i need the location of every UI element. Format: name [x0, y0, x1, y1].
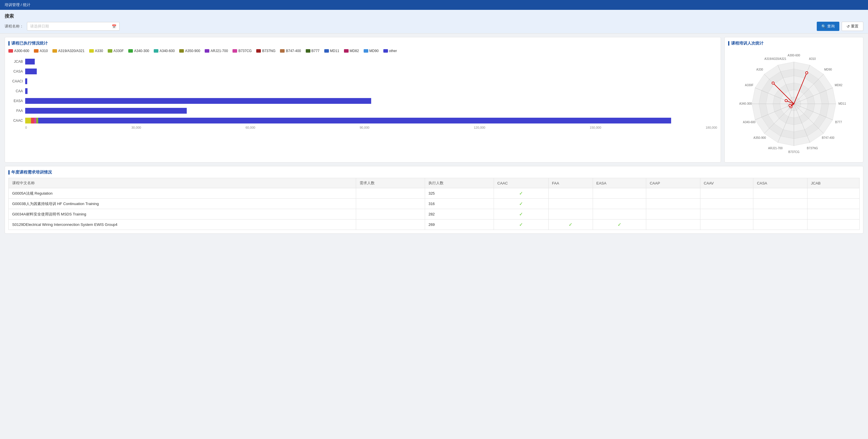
legend-item: MD11	[324, 49, 339, 53]
legend-item: A310	[34, 49, 48, 53]
svg-text:A340-300: A340-300	[739, 102, 752, 105]
legend: A300-600A310A319/A320/A321A330A330FA340-…	[8, 49, 717, 54]
svg-text:B737CG: B737CG	[788, 150, 800, 154]
svg-text:A330F: A330F	[745, 83, 753, 87]
svg-point-39	[805, 72, 808, 74]
table-row: S0129DElectrical Wiring Interconnection …	[9, 220, 860, 230]
main-content: 课程已执行情况统计 A300-600A310A319/A320/A321A330…	[0, 34, 868, 237]
legend-item: A300-600	[8, 49, 29, 53]
legend-item: A330F	[108, 49, 124, 53]
svg-text:B777: B777	[835, 121, 842, 124]
bar-row: EASA	[8, 97, 717, 105]
legend-item: other	[383, 49, 397, 53]
svg-text:A340-600: A340-600	[743, 121, 756, 124]
calendar-icon: 📅	[112, 24, 116, 29]
svg-text:A350-900: A350-900	[753, 136, 766, 139]
search-actions: 🔍 查询 ↺ 重置	[817, 22, 863, 31]
bar-chart-panel: 课程已执行情况统计 A300-600A310A319/A320/A321A330…	[5, 37, 721, 163]
x-axis: 030,00060,00090,000120,000150,000180,000	[25, 126, 717, 129]
charts-row: 课程已执行情况统计 A300-600A310A319/A320/A321A330…	[5, 37, 863, 163]
svg-text:B747-400: B747-400	[822, 136, 834, 139]
svg-text:A330: A330	[756, 68, 763, 71]
svg-text:B737NG: B737NG	[807, 147, 818, 150]
bar-row: FAA	[8, 107, 717, 115]
bar-row: CASA	[8, 67, 717, 75]
radar-container: A300-600A310MD90MD82MD11B777B747-400B737…	[728, 49, 860, 159]
date-placeholder: 请选择日期	[30, 24, 49, 29]
table-title: 年度课程需求培训情况	[8, 170, 860, 175]
svg-text:MD11: MD11	[838, 102, 846, 105]
bar-chart-title: 课程已执行情况统计	[8, 41, 717, 46]
table-panel: 年度课程需求培训情况 课程中文名称需求人数执行人数CAACFAAEASACAAP…	[5, 166, 863, 234]
bar-row: CAA	[8, 87, 717, 95]
legend-item: B747-400	[280, 49, 301, 53]
reset-button[interactable]: ↺ 重置	[842, 22, 863, 31]
svg-text:MD90: MD90	[824, 68, 832, 71]
svg-text:A300-600: A300-600	[787, 54, 800, 57]
check-icon: ✓	[519, 222, 523, 227]
search-area: 搜索 课程名称： 请选择日期 📅 🔍 查询 ↺ 重置	[0, 10, 868, 34]
legend-item: B737NG	[256, 49, 275, 53]
svg-text:A319/A320/A321: A319/A320/A321	[764, 57, 786, 61]
query-button[interactable]: 🔍 查询	[817, 22, 839, 31]
table-row: G0005A法规 Regulation325✓	[9, 188, 860, 199]
bar-chart: JCABCASACAACICAAEASAFAACAAC	[8, 58, 717, 125]
bar-row: CAACI	[8, 77, 717, 85]
legend-item: B737CG	[232, 49, 252, 53]
radar-chart-panel: 课程培训人次统计 A300-600A310MD90MD82MD11B777B74…	[724, 37, 863, 163]
check-icon: ✓	[618, 222, 621, 227]
legend-item: B777	[306, 49, 320, 53]
legend-item: MD90	[364, 49, 379, 53]
legend-item: A350-900	[179, 49, 200, 53]
bar-chart-container: JCABCASACAACICAAEASAFAACAAC 030,00060,00…	[8, 58, 717, 129]
table-header: 课程中文名称需求人数执行人数CAACFAAEASACAAPCAAVCASAJCA…	[9, 178, 860, 188]
legend-item: A340-600	[154, 49, 175, 53]
svg-text:ARJ21-700: ARJ21-700	[768, 147, 783, 150]
svg-point-40	[772, 82, 774, 84]
reset-icon: ↺	[846, 24, 850, 29]
legend-item: A330	[89, 49, 103, 53]
legend-item: MD82	[344, 49, 359, 53]
legend-item: A319/A320/A321	[53, 49, 85, 53]
legend-item: ARJ21-700	[205, 49, 228, 53]
date-input[interactable]: 请选择日期 📅	[27, 22, 120, 31]
svg-text:A310: A310	[809, 57, 816, 61]
table-row: G0003B人为因素持续培训 HF Continuation Training3…	[9, 199, 860, 209]
svg-point-43	[789, 104, 791, 107]
search-row: 课程名称： 请选择日期 📅 🔍 查询 ↺ 重置	[5, 22, 863, 31]
check-icon: ✓	[519, 191, 523, 196]
table-body: G0005A法规 Regulation325✓G0003B人为因素持续培训 HF…	[9, 188, 860, 230]
breadcrumb: 培训管理 / 统计	[0, 0, 868, 10]
check-icon: ✓	[519, 212, 523, 216]
check-icon: ✓	[519, 201, 523, 206]
radar-chart-title: 课程培训人次统计	[728, 41, 860, 46]
svg-text:MD82: MD82	[835, 83, 842, 87]
table-row: G0034A材料安全使用说明书 MSDS Training282✓	[9, 209, 860, 220]
search-title: 搜索	[5, 13, 863, 20]
bar-row: CAAC	[8, 116, 717, 125]
training-table: 课程中文名称需求人数执行人数CAACFAAEASACAAPCAAVCASAJCA…	[8, 178, 860, 230]
search-label: 课程名称：	[5, 24, 24, 29]
bar-row: JCAB	[8, 58, 717, 66]
svg-point-44	[785, 100, 787, 102]
check-icon: ✓	[569, 222, 572, 227]
search-icon: 🔍	[822, 24, 826, 29]
legend-item: A340-300	[128, 49, 149, 53]
